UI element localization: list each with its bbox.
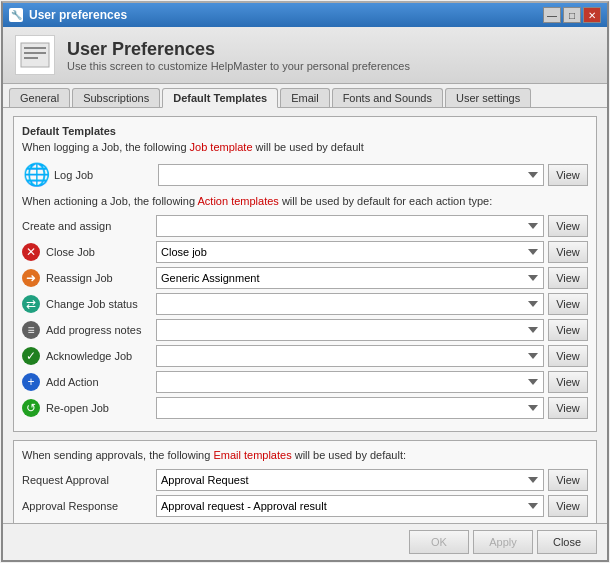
svg-rect-3 — [24, 57, 38, 59]
log-job-desc-text2: will be used by default — [256, 141, 364, 153]
label-create-assign: Create and assign — [22, 220, 152, 232]
label-text: Change Job status — [46, 298, 138, 310]
log-job-select[interactable] — [158, 164, 544, 186]
approval-desc-text2: will be used by default: — [295, 449, 406, 461]
view-close-job[interactable]: View — [548, 241, 588, 263]
label-text: Request Approval — [22, 474, 109, 486]
header-icon — [15, 35, 55, 75]
svg-rect-2 — [24, 52, 46, 54]
action-desc-text: When actioning a Job, the following — [22, 195, 198, 207]
progress-notes-icon: ≡ — [22, 321, 40, 339]
log-job-highlight: Job template — [190, 141, 253, 153]
select-create-assign[interactable] — [156, 215, 544, 237]
section-title: Default Templates — [22, 125, 588, 137]
window-icon: 🔧 — [9, 8, 23, 22]
tab-email[interactable]: Email — [280, 88, 330, 107]
row-create-assign: Create and assign View — [22, 215, 588, 237]
label-text: Approval Response — [22, 500, 118, 512]
tab-general[interactable]: General — [9, 88, 70, 107]
row-reassign-job: ➜ Reassign Job Generic Assignment View — [22, 267, 588, 289]
acknowledge-job-icon: ✓ — [22, 347, 40, 365]
label-change-status: ⇄ Change Job status — [22, 295, 152, 313]
log-job-view-button[interactable]: View — [548, 164, 588, 186]
row-add-action: + Add Action View — [22, 371, 588, 393]
label-text: Re-open Job — [46, 402, 109, 414]
select-reopen-job[interactable] — [156, 397, 544, 419]
row-close-job: ✕ Close Job Close job View — [22, 241, 588, 263]
change-status-icon: ⇄ — [22, 295, 40, 313]
label-progress-notes: ≡ Add progress notes — [22, 321, 152, 339]
view-change-status[interactable]: View — [548, 293, 588, 315]
action-desc: When actioning a Job, the following Acti… — [22, 195, 588, 207]
row-progress-notes: ≡ Add progress notes View — [22, 319, 588, 341]
log-job-label: Log Job — [54, 169, 154, 181]
action-desc-text2: will be used by default for each action … — [282, 195, 492, 207]
svg-rect-1 — [24, 47, 46, 49]
select-progress-notes[interactable] — [156, 319, 544, 341]
window-title: User preferences — [29, 8, 127, 22]
content-area: Default Templates When logging a Job, th… — [3, 108, 607, 523]
ok-button[interactable]: OK — [409, 530, 469, 554]
title-bar: 🔧 User preferences — □ ✕ — [3, 3, 607, 27]
select-reassign-job[interactable]: Generic Assignment — [156, 267, 544, 289]
label-text: Add Action — [46, 376, 99, 388]
tab-user-settings[interactable]: User settings — [445, 88, 531, 107]
label-reassign-job: ➜ Reassign Job — [22, 269, 152, 287]
select-request-approval[interactable]: Approval Request — [156, 469, 544, 491]
log-job-icon: 🌐 — [22, 161, 50, 189]
label-close-job: ✕ Close Job — [22, 243, 152, 261]
reopen-job-icon: ↺ — [22, 399, 40, 417]
close-button-bottom[interactable]: Close — [537, 530, 597, 554]
label-acknowledge-job: ✓ Acknowledge Job — [22, 347, 152, 365]
tab-fonts-sounds[interactable]: Fonts and Sounds — [332, 88, 443, 107]
add-action-icon: + — [22, 373, 40, 391]
close-button[interactable]: ✕ — [583, 7, 601, 23]
svg-rect-0 — [21, 43, 49, 67]
approval-desc: When sending approvals, the following Em… — [22, 449, 588, 461]
bottom-bar: OK Apply Close — [3, 523, 607, 560]
label-text: Create and assign — [22, 220, 111, 232]
select-approval-response[interactable]: Approval request - Approval result — [156, 495, 544, 517]
apply-button[interactable]: Apply — [473, 530, 533, 554]
header: User Preferences Use this screen to cust… — [3, 27, 607, 84]
log-job-desc: When logging a Job, the following Job te… — [22, 141, 588, 153]
select-close-job[interactable]: Close job — [156, 241, 544, 263]
approval-highlight: Email templates — [213, 449, 291, 461]
view-request-approval[interactable]: View — [548, 469, 588, 491]
row-request-approval: Request Approval Approval Request View — [22, 469, 588, 491]
default-templates-section: Default Templates When logging a Job, th… — [13, 116, 597, 432]
select-acknowledge-job[interactable] — [156, 345, 544, 367]
tab-subscriptions[interactable]: Subscriptions — [72, 88, 160, 107]
label-add-action: + Add Action — [22, 373, 152, 391]
view-approval-response[interactable]: View — [548, 495, 588, 517]
maximize-button[interactable]: □ — [563, 7, 581, 23]
label-reopen-job: ↺ Re-open Job — [22, 399, 152, 417]
select-change-status[interactable] — [156, 293, 544, 315]
header-title: User Preferences — [67, 39, 410, 60]
reassign-job-icon: ➜ — [22, 269, 40, 287]
label-text: Add progress notes — [46, 324, 141, 336]
close-job-icon: ✕ — [22, 243, 40, 261]
action-highlight: Action templates — [198, 195, 279, 207]
approval-desc-text: When sending approvals, the following — [22, 449, 213, 461]
view-create-assign[interactable]: View — [548, 215, 588, 237]
row-change-status: ⇄ Change Job status View — [22, 293, 588, 315]
log-job-row: 🌐 Log Job View — [22, 161, 588, 189]
view-reopen-job[interactable]: View — [548, 397, 588, 419]
view-add-action[interactable]: View — [548, 371, 588, 393]
view-acknowledge-job[interactable]: View — [548, 345, 588, 367]
select-add-action[interactable] — [156, 371, 544, 393]
header-subtitle: Use this screen to customize HelpMaster … — [67, 60, 410, 72]
row-acknowledge-job: ✓ Acknowledge Job View — [22, 345, 588, 367]
view-reassign-job[interactable]: View — [548, 267, 588, 289]
window: 🔧 User preferences — □ ✕ User Preference… — [1, 1, 609, 562]
view-progress-notes[interactable]: View — [548, 319, 588, 341]
label-request-approval: Request Approval — [22, 474, 152, 486]
row-reopen-job: ↺ Re-open Job View — [22, 397, 588, 419]
label-approval-response: Approval Response — [22, 500, 152, 512]
minimize-button[interactable]: — — [543, 7, 561, 23]
tabs-bar: General Subscriptions Default Templates … — [3, 84, 607, 108]
tab-default-templates[interactable]: Default Templates — [162, 88, 278, 108]
log-job-desc-text: When logging a Job, the following — [22, 141, 190, 153]
email-templates-section: When sending approvals, the following Em… — [13, 440, 597, 523]
